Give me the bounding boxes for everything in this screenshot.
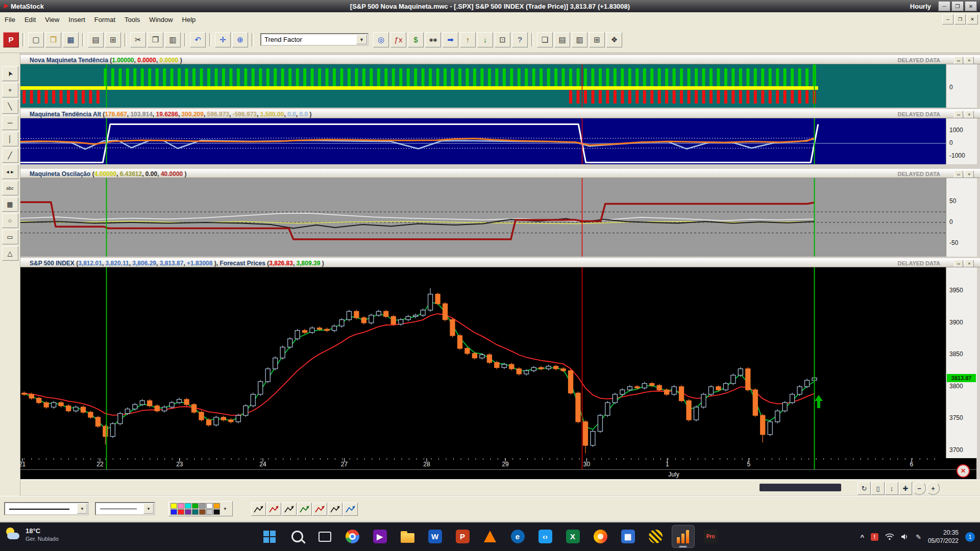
angle-line-tool-icon[interactable]: ╱ [2, 148, 18, 163]
child-restore-button[interactable]: ❐ [954, 14, 966, 24]
palette-color[interactable] [213, 509, 220, 515]
web-icon[interactable]: ◎ [373, 32, 389, 47]
cascade-windows-icon[interactable]: ❏ [537, 32, 553, 47]
menu-help[interactable]: Help [178, 13, 201, 26]
rectangle-tool-icon[interactable]: ▭ [2, 230, 18, 244]
indicator-fx-icon[interactable]: ƒx [390, 32, 406, 47]
panel-close-button[interactable]: ✕ [965, 57, 974, 64]
upload-icon[interactable]: ↑ [460, 32, 476, 47]
print-icon[interactable]: ▤ [88, 32, 104, 47]
triangle-tool-icon[interactable]: △ [2, 246, 18, 261]
palette-color[interactable] [178, 509, 184, 515]
palette-color[interactable] [170, 503, 177, 509]
close-indicator-icon[interactable]: ✕ [957, 464, 970, 478]
dropdown-arrow-icon[interactable]: ▼ [143, 504, 154, 514]
palette-color[interactable] [185, 509, 191, 515]
taskbar-vscode-icon[interactable]: ‹› [534, 525, 557, 548]
ellipse-tool-icon[interactable]: ○ [2, 213, 18, 228]
panel-close-button[interactable]: ✕ [965, 170, 974, 178]
style-zigzag-blue-icon[interactable] [343, 503, 358, 516]
paste-icon[interactable]: ▥ [165, 32, 181, 47]
text-tool-icon[interactable]: abc [2, 181, 18, 195]
palette-color[interactable] [199, 503, 206, 509]
taskbar-calculator-icon[interactable]: ▦ [617, 525, 640, 548]
tendencia-plot[interactable] [20, 64, 946, 108]
palette-color[interactable] [178, 503, 184, 509]
window-minimize-button[interactable]: ─ [938, 1, 950, 11]
menu-window[interactable]: Window [144, 13, 177, 26]
palette-color[interactable] [192, 509, 199, 515]
style-zigzag-black-icon[interactable] [251, 503, 266, 516]
palette-color[interactable] [213, 503, 220, 509]
indicator-dropdown[interactable]: Trend Factor▼ [260, 33, 369, 46]
print-preview-icon[interactable]: ⊞ [105, 32, 121, 47]
window-close-button[interactable]: ✕ [965, 1, 977, 11]
zoom-icon[interactable]: ⊕ [232, 32, 248, 47]
forward-icon[interactable]: ➡ [443, 32, 458, 47]
panel-close-button[interactable]: ✕ [965, 111, 974, 118]
save-chart-icon[interactable]: ▦ [63, 32, 79, 47]
child-minimize-button[interactable]: ─ [942, 14, 953, 24]
panel-maximize-button[interactable]: ▭ [954, 170, 963, 178]
explorer-binoculars-icon[interactable]: ◉◉ [425, 32, 441, 47]
zoom-out-icon[interactable]: − [913, 482, 926, 495]
help-pointer-icon[interactable]: ? [512, 32, 528, 47]
price-chart-plot[interactable] [20, 267, 946, 458]
menu-file[interactable]: File [0, 13, 20, 26]
notification-badge[interactable]: 1 [965, 532, 975, 542]
taskbar-chrome-icon[interactable] [341, 525, 364, 548]
zoom-in-icon[interactable]: + [926, 482, 940, 495]
trendline-tool-icon[interactable]: ╲ [2, 99, 18, 114]
oscilacao-plot[interactable] [20, 178, 946, 257]
menu-view[interactable]: View [40, 13, 64, 26]
taskbar-pro-icon[interactable]: Pro [699, 525, 722, 548]
taskbar-excel-icon[interactable]: X [561, 525, 584, 548]
taskbar-explorer-icon[interactable] [396, 525, 419, 548]
tile-grid-icon[interactable]: ⊞ [589, 32, 605, 47]
pen-icon[interactable]: ✎ [916, 533, 921, 541]
find-chart-icon[interactable]: ⊡ [495, 32, 510, 47]
scroll-arrows-tool-icon[interactable]: ◄► [2, 164, 18, 179]
undo-icon[interactable]: ↶ [190, 32, 206, 47]
crosshair-tool-icon[interactable]: + [2, 83, 18, 97]
taskbar-search-icon[interactable] [286, 525, 309, 548]
style-zigzag-red-icon[interactable] [266, 503, 281, 516]
volume-icon[interactable] [901, 533, 909, 540]
child-close-button[interactable]: ✕ [967, 14, 978, 24]
palette-color[interactable] [206, 503, 213, 509]
fit-vertical-icon[interactable]: ↕ [885, 482, 898, 495]
workspace-icon[interactable]: ❖ [606, 32, 622, 47]
taskbar-metastock-icon[interactable] [672, 525, 695, 548]
taskbar-media-icon[interactable]: ▶ [369, 525, 391, 548]
menu-insert[interactable]: Insert [64, 13, 90, 26]
menu-format[interactable]: Format [90, 13, 120, 26]
panel-maximize-button[interactable]: ▭ [954, 111, 963, 118]
window-maximize-button[interactable]: ❐ [951, 1, 964, 11]
scroll-lock-icon[interactable]: ▯ [871, 482, 885, 495]
tray-alert-icon[interactable]: ! [871, 533, 878, 541]
style-zigzag-red2-icon[interactable] [312, 503, 327, 516]
palette-arrow-icon[interactable]: ▼ [222, 502, 229, 515]
refresh-chart-icon[interactable]: ↻ [857, 482, 871, 495]
dropdown-arrow-icon[interactable]: ▼ [356, 35, 367, 44]
taskbar-vlc-icon[interactable] [479, 525, 502, 548]
palette-color[interactable] [199, 509, 206, 515]
copy-icon[interactable]: ❐ [148, 32, 163, 47]
taskbar-powerpoint-icon[interactable]: P [451, 525, 474, 548]
cut-icon[interactable]: ✂ [130, 32, 146, 47]
program-icon[interactable]: P [3, 32, 19, 47]
taskbar-browser-icon[interactable] [589, 525, 612, 548]
vertical-line-tool-icon[interactable]: │ [2, 132, 18, 146]
menu-edit[interactable]: Edit [20, 13, 40, 26]
style-zigzag-dark-icon[interactable] [282, 503, 297, 516]
taskbar-start-icon[interactable] [258, 525, 281, 548]
grid-tool-icon[interactable]: ▦ [2, 197, 18, 212]
palette-color[interactable] [192, 503, 199, 509]
pointer-tool-icon[interactable]: ➤ [2, 66, 18, 81]
new-chart-icon[interactable]: ▢ [28, 32, 44, 47]
pan-icon[interactable]: ✛ [215, 32, 231, 47]
tile-vertical-icon[interactable]: ▥ [572, 32, 587, 47]
palette-color[interactable] [185, 503, 191, 509]
taskbar-edge-icon[interactable]: e [506, 525, 529, 548]
tendencia-alt-plot[interactable] [20, 118, 946, 164]
